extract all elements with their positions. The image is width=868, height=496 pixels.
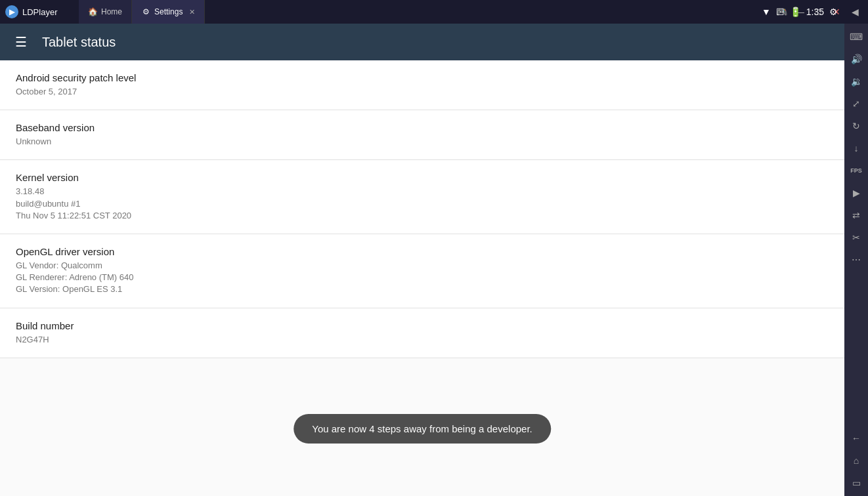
battery-icon: 🔋 (790, 7, 801, 17)
sidebar-volume-down-btn[interactable]: 🔉 (846, 71, 867, 92)
hamburger-button[interactable]: ☰ (11, 31, 32, 52)
system-tray: ▼ ☐ 🔋 1:35 ⚙ (762, 0, 844, 24)
recents-icon: ▭ (852, 478, 861, 488)
setting-item-kernel-version[interactable]: Kernel version3.18.48 build@ubuntu #1 Th… (0, 160, 844, 234)
home-tab-icon: 🏠 (88, 7, 97, 16)
sidebar-keyboard-btn[interactable]: ⌨ (846, 26, 867, 47)
video-icon: ▶ (853, 188, 860, 198)
settings-tab-icon: ⚙ (141, 7, 150, 16)
setting-label-build-number: Build number (16, 320, 829, 331)
setting-value-kernel-version: 3.18.48 build@ubuntu #1 Thu Nov 5 11:22:… (16, 186, 829, 222)
setting-label-opengl-driver: OpenGL driver version (16, 246, 829, 257)
window-back-btn[interactable]: ◀ (847, 4, 863, 20)
fps-icon: FPS (850, 167, 862, 174)
app-name: LDPlayer (22, 7, 57, 17)
sidebar-rotate-btn[interactable]: ↻ (846, 115, 867, 136)
sidebar-recents-btn[interactable]: ▭ (846, 472, 867, 493)
tray-settings-icon[interactable]: ⚙ (829, 7, 838, 17)
hamburger-icon: ☰ (15, 34, 27, 50)
content-area[interactable]: Android security patch levelOctober 5, 2… (0, 60, 844, 496)
tabs-area: 🏠 Home ⚙ Settings ✕ (79, 0, 773, 24)
sidebar-home-btn[interactable]: ⌂ (846, 450, 867, 471)
volume-down-icon: 🔉 (851, 76, 862, 87)
sidebar-import-btn[interactable]: ↓ (846, 138, 867, 159)
setting-value-baseband-version: Unknown (16, 136, 829, 148)
keyboard-icon: ⌨ (850, 31, 863, 42)
title-bar: ▶ LDPlayer 🏠 Home ⚙ Settings ✕ ▼ ☐ 🔋 1:3… (0, 0, 868, 24)
main-area: ☰ Tablet status Android security patch l… (0, 24, 844, 496)
app-logo: ▶ LDPlayer (0, 5, 79, 18)
sim-icon: ☐ (776, 7, 785, 17)
sidebar-resize-btn[interactable]: ⤢ (846, 93, 867, 114)
wifi-icon: ▼ (762, 7, 771, 17)
sidebar-crop-btn[interactable]: ✂ (846, 227, 867, 248)
right-sidebar: ⌨ 🔊 🔉 ⤢ ↻ ↓ FPS ▶ ⇄ ✂ ⋯ ← ⌂ ▭ (844, 24, 868, 496)
setting-item-opengl-driver[interactable]: OpenGL driver versionGL Vendor: Qualcomm… (0, 234, 844, 308)
more-icon: ⋯ (852, 255, 861, 265)
toast-notification: You are now 4 steps away from being a de… (293, 414, 551, 444)
resize-icon: ⤢ (852, 98, 860, 109)
volume-up-icon: 🔊 (851, 54, 862, 64)
setting-item-android-security-patch[interactable]: Android security patch levelOctober 5, 2… (0, 60, 844, 110)
tab-settings[interactable]: ⚙ Settings ✕ (132, 0, 205, 24)
setting-value-build-number: N2G47H (16, 334, 829, 346)
setting-item-build-number[interactable]: Build numberN2G47H (0, 308, 844, 358)
sidebar-more-btn[interactable]: ⋯ (846, 249, 867, 270)
setting-label-kernel-version: Kernel version (16, 172, 829, 183)
import-icon: ↓ (854, 143, 859, 154)
home-icon: ⌂ (854, 455, 859, 466)
sidebar-translate-btn[interactable]: ⇄ (846, 205, 867, 226)
app-header: ☰ Tablet status (0, 24, 844, 60)
back-icon: ← (852, 433, 861, 444)
sidebar-video-btn[interactable]: ▶ (846, 182, 867, 203)
setting-label-android-security-patch: Android security patch level (16, 72, 829, 83)
logo-icon: ▶ (5, 5, 18, 18)
setting-value-opengl-driver: GL Vendor: Qualcomm GL Renderer: Adreno … (16, 260, 829, 296)
system-time: 1:35 (806, 7, 824, 17)
sidebar-volume-up-btn[interactable]: 🔊 (846, 49, 867, 70)
tab-settings-label: Settings (154, 7, 183, 16)
page-title: Tablet status (42, 35, 116, 50)
tab-home[interactable]: 🏠 Home (79, 0, 132, 24)
setting-value-android-security-patch: October 5, 2017 (16, 86, 829, 98)
tab-settings-close[interactable]: ✕ (189, 9, 195, 16)
sidebar-fps-btn[interactable]: FPS (846, 160, 867, 181)
translate-icon: ⇄ (852, 210, 860, 220)
rotate-icon: ↻ (852, 121, 860, 131)
setting-label-baseband-version: Baseband version (16, 122, 829, 133)
crop-icon: ✂ (852, 232, 860, 243)
tab-home-label: Home (101, 7, 122, 16)
sidebar-back-btn[interactable]: ← (846, 428, 867, 449)
setting-item-baseband-version[interactable]: Baseband versionUnknown (0, 110, 844, 160)
